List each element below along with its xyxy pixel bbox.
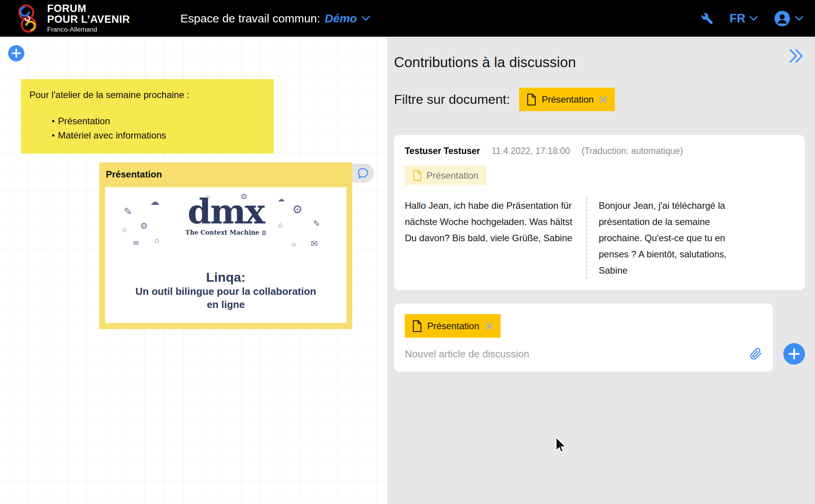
chevron-down-icon <box>362 16 370 21</box>
star-icon: ☆ <box>205 193 211 201</box>
sticky-note-item: Présentation <box>29 114 265 128</box>
discussion-message-card: Testuser Testuser 11.4.2022, 17:18:00 (T… <box>394 135 805 290</box>
app-header: FORUM POUR L’AVENIR Franco-Allemand Espa… <box>0 0 815 37</box>
collapse-panel-button[interactable] <box>788 47 804 66</box>
pencil-icon: ✎ <box>124 206 132 218</box>
panel-title: Contributions à la discussion <box>394 54 805 71</box>
filter-tag-label: Présentation <box>542 94 594 105</box>
sticky-note[interactable]: Pour l'atelier de la semaine prochaine :… <box>21 79 274 154</box>
logo-line1: FORUM <box>47 3 130 14</box>
message-text-french: Bonjour Jean, j'ai téléchargé la présent… <box>586 198 754 279</box>
presentation-card-title: Présentation <box>99 162 352 180</box>
cloud-icon: ☁ <box>150 196 160 207</box>
submit-post-button[interactable] <box>783 343 805 365</box>
composer-card[interactable]: Présentation <box>394 303 773 372</box>
paperclip-icon <box>750 348 762 360</box>
composer-input-row <box>405 348 762 360</box>
forum-knot-logo-icon <box>13 3 41 34</box>
language-code: FR <box>730 12 745 25</box>
language-selector[interactable]: FR <box>730 12 758 25</box>
message-text-german: Hallo Jean, ich habe die Präsentation fü… <box>405 198 586 279</box>
filter-row: Filtre sur document: Présentation <box>394 88 805 111</box>
discussion-panel: Contributions à la discussion Filtre sur… <box>387 37 815 504</box>
double-chevron-right-icon <box>788 47 804 64</box>
logo-line3: Franco-Allemand <box>47 26 130 33</box>
slide-subtitle-line2: en ligne <box>105 298 346 311</box>
speech-bubble-icon <box>356 167 369 180</box>
home-icon: ⌂ <box>155 236 160 245</box>
dmx-decor: ✎☁⚙☆⌂✉☆⚙⚙☁✎☆✉⌂ <box>118 196 334 254</box>
composer-row: Présentation <box>394 303 805 372</box>
document-icon <box>412 320 422 332</box>
slide-heading: Linqa: <box>105 270 346 285</box>
pencil-icon: ✎ <box>313 219 320 229</box>
wrench-icon <box>701 12 713 25</box>
app: { "header": { "logo": {"line1": "FORUM",… <box>0 0 815 504</box>
logo-line2: POUR L’AVENIR <box>47 14 130 25</box>
mail-icon: ✉ <box>311 239 318 249</box>
message-tag-label: Présentation <box>426 170 479 181</box>
chevron-down-icon <box>749 16 758 21</box>
workspace-selector[interactable]: Espace de travail commun: Démo <box>180 0 370 37</box>
message-timestamp: 11.4.2022, 17:18:00 <box>492 146 570 156</box>
sticky-note-item: Matériel avec informations <box>29 128 265 142</box>
mail-icon: ✉ <box>133 239 139 247</box>
message-header: Testuser Testuser 11.4.2022, 17:18:00 (T… <box>405 146 794 156</box>
dmx-logo: ✎☁⚙☆⌂✉☆⚙⚙☁✎☆✉⌂ dmx The Context Machine☰ <box>118 196 334 254</box>
cloud-icon: ☁ <box>278 195 285 203</box>
gear-icon: ⚙ <box>241 192 248 201</box>
plus-icon <box>8 45 24 61</box>
message-document-tag: Présentation <box>405 166 486 185</box>
close-icon <box>484 321 494 331</box>
add-node-button[interactable] <box>8 45 24 61</box>
presentation-slide: ✎☁⚙☆⌂✉☆⚙⚙☁✎☆✉⌂ dmx The Context Machine☰ … <box>105 187 346 323</box>
composer-tag-label: Présentation <box>427 321 479 331</box>
chevron-down-icon <box>795 16 803 21</box>
star-icon: ☆ <box>122 226 128 234</box>
workspace-name: Démo <box>325 12 357 25</box>
sticky-note-list: Présentation Matériel avec informations <box>29 114 265 142</box>
logo: FORUM POUR L’AVENIR Franco-Allemand <box>13 3 130 34</box>
message-translation-note: (Traduction: automatique) <box>582 146 683 156</box>
logo-text: FORUM POUR L’AVENIR Franco-Allemand <box>47 3 130 33</box>
filter-document-tag: Présentation <box>519 88 615 111</box>
star-icon: ☆ <box>291 240 297 249</box>
slide-subtitle-line1: Un outil bilingue pour la collaboration <box>105 285 346 298</box>
document-icon <box>413 170 422 181</box>
home-icon: ⌂ <box>278 221 283 229</box>
message-tag-row: Présentation <box>405 166 794 185</box>
presentation-card[interactable]: Présentation ✎☁⚙☆⌂✉☆⚙⚙☁✎☆✉⌂ dmx The Cont… <box>99 162 352 329</box>
document-icon <box>526 93 537 106</box>
sticky-note-title: Pour l'atelier de la semaine prochaine : <box>29 90 265 100</box>
workspace-label: Espace de travail commun: <box>180 12 320 25</box>
message-author: Testuser Testuser <box>405 146 480 156</box>
message-bilingual-text: Hallo Jean, ich habe die Präsentation fü… <box>405 198 794 279</box>
attach-file-button[interactable] <box>750 348 762 360</box>
remove-filter-button[interactable] <box>599 95 608 104</box>
settings-wrench-button[interactable] <box>701 12 713 25</box>
header-actions: FR <box>701 0 803 37</box>
gear-icon: ⚙ <box>140 221 148 231</box>
user-avatar-icon <box>774 10 790 27</box>
gear-icon: ⚙ <box>292 203 303 216</box>
whiteboard-canvas[interactable]: Pour l'atelier de la semaine prochaine :… <box>0 37 387 504</box>
filter-label: Filtre sur document: <box>394 92 510 107</box>
new-post-input[interactable] <box>405 348 744 360</box>
close-icon <box>599 95 608 104</box>
composer-document-tag: Présentation <box>405 314 501 338</box>
remove-composer-tag-button[interactable] <box>484 321 494 331</box>
plus-icon <box>788 348 800 360</box>
account-menu[interactable] <box>774 10 803 27</box>
